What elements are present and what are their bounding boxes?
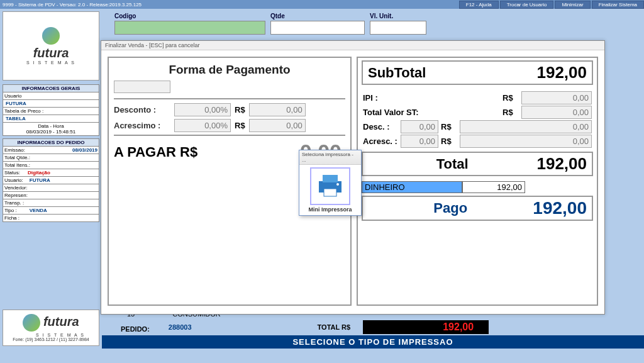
ipi-val: 0,00 xyxy=(521,91,592,104)
logo-text: futura xyxy=(26,46,75,60)
payment-method[interactable]: DINHEIRO xyxy=(362,181,462,193)
fp-blank-input[interactable] xyxy=(114,81,170,93)
total-label: TOTAL R$ xyxy=(318,323,351,331)
info-row: Status:Digitação xyxy=(3,169,99,177)
info-row: Data - Hora 08/03/2019 - 15:48:51 xyxy=(3,123,99,136)
apagar-label: A PAGAR R$ xyxy=(114,144,197,160)
info-row: Tipo :VENDA xyxy=(3,207,99,215)
st-val: 0,00 xyxy=(521,106,592,119)
help-button[interactable]: F12 - Ajuda xyxy=(459,1,499,9)
modal-title: Finalizar Venda - [ESC] para cancelar xyxy=(101,41,604,50)
info-row: Tabela de Preco : xyxy=(3,108,99,115)
qtde-input[interactable] xyxy=(270,21,365,35)
info-row: Usuario xyxy=(3,92,99,100)
acrescimo-label: Acrescimo : xyxy=(114,121,170,130)
desc-val: 0,00 xyxy=(460,120,592,133)
info-gerais-header: INFORMACOES GERAIS xyxy=(3,84,99,92)
codigo-input[interactable] xyxy=(114,21,265,35)
app-title: 9999 - Sistema de PDV - Versao: 2.0 - Re… xyxy=(0,2,142,8)
sidebar: futura S I S T E M A S INFORMACOES GERAI… xyxy=(0,9,102,349)
impressao-bar: SELECIONE O TIPO DE IMPRESSAO xyxy=(102,335,644,349)
logo-text: futura xyxy=(43,315,79,328)
printer-select-popup: Seleciona impressora - ... Mini Impresso… xyxy=(299,150,362,216)
info-row: FUTURA xyxy=(3,100,99,108)
info-row: Ficha : xyxy=(3,215,99,222)
pedido-label: PEDIDO: xyxy=(121,325,150,333)
acrescimo-val[interactable]: 0,00 xyxy=(249,119,306,132)
printer-label: Mini Impressora xyxy=(302,206,358,213)
switch-user-button[interactable]: Trocar de Usuario xyxy=(500,1,554,9)
info-row: TABELA xyxy=(3,115,99,123)
total-val: 192,00 xyxy=(536,154,587,174)
footer-logo: futura S I S T E M A S Fone: (19) 3463-1… xyxy=(3,310,99,346)
phone-text: Fone: (19) 3463-1212 / (11) 3227-8984 xyxy=(7,337,95,342)
titlebar: 9999 - Sistema de PDV - Versao: 2.0 - Re… xyxy=(0,0,644,9)
logo-box: futura S I S T E M A S xyxy=(3,11,99,81)
info-row: Transp. : xyxy=(3,199,99,207)
bottom-strip: 13 CONSUMIDOR PEDIDO: 288003 TOTAL R$ 19… xyxy=(102,309,644,349)
acrescimo-pct[interactable]: 0,00% xyxy=(174,119,231,132)
qtde-label: Qtde xyxy=(270,13,365,20)
desconto-label: Desconto : xyxy=(114,105,170,114)
total-label: Total xyxy=(368,156,536,172)
vlunit-input[interactable] xyxy=(370,21,426,35)
logo-sub: S I S T E M A S xyxy=(26,60,75,65)
futura-logo-icon xyxy=(42,27,60,45)
desconto-pct[interactable]: 0,00% xyxy=(174,103,231,116)
info-row: Total Itens.: xyxy=(3,162,99,169)
info-row: Total Qtde.: xyxy=(3,154,99,162)
info-row: Represen: xyxy=(3,192,99,199)
svg-point-3 xyxy=(336,183,339,186)
pago-val: 192,00 xyxy=(533,198,587,218)
pedido-number: 288003 xyxy=(169,323,192,331)
info-row: Emissao:08/03/2019 xyxy=(3,147,99,154)
acresc-mid: 0,00 xyxy=(401,135,438,148)
info-pedido-header: INFORMACOES DO PEDIDO xyxy=(3,138,99,147)
printer-icon xyxy=(315,172,345,198)
vlunit-label: Vl. Unit. xyxy=(370,13,426,20)
svg-rect-2 xyxy=(324,189,336,196)
fp-title: Forma de Pagamento xyxy=(114,63,345,77)
pago-label: Pago xyxy=(368,200,533,216)
acresc-val: 0,00 xyxy=(460,135,592,148)
info-row: Usuario:FUTURA xyxy=(3,177,99,184)
desconto-val[interactable]: 0,00 xyxy=(249,103,306,116)
top-inputs: Codigo Qtde Vl. Unit. xyxy=(102,9,644,35)
codigo-label: Codigo xyxy=(114,13,265,20)
titlebar-buttons: F12 - Ajuda Trocar de Usuario Minimizar … xyxy=(459,1,644,9)
printer-popup-title: Seleciona impressora - ... xyxy=(299,150,361,165)
svg-rect-1 xyxy=(323,175,338,182)
mini-printer-button[interactable] xyxy=(310,167,350,205)
desc-mid: 0,00 xyxy=(401,120,438,133)
minimize-button[interactable]: Minimizar xyxy=(555,1,590,9)
totals-panel: SubTotal 192,00 IPI : R$ 0,00 Total Valo… xyxy=(357,57,598,306)
futura-logo-icon xyxy=(23,314,40,332)
info-row: Vendedor: xyxy=(3,184,99,192)
subtotal-val: 192,00 xyxy=(536,63,587,82)
total-value: 192,00 xyxy=(363,320,489,334)
subtotal-label: SubTotal xyxy=(368,65,536,81)
payment-amount[interactable]: 192,00 xyxy=(462,181,525,193)
finalize-system-button[interactable]: Finalizar Sistema xyxy=(592,1,644,9)
